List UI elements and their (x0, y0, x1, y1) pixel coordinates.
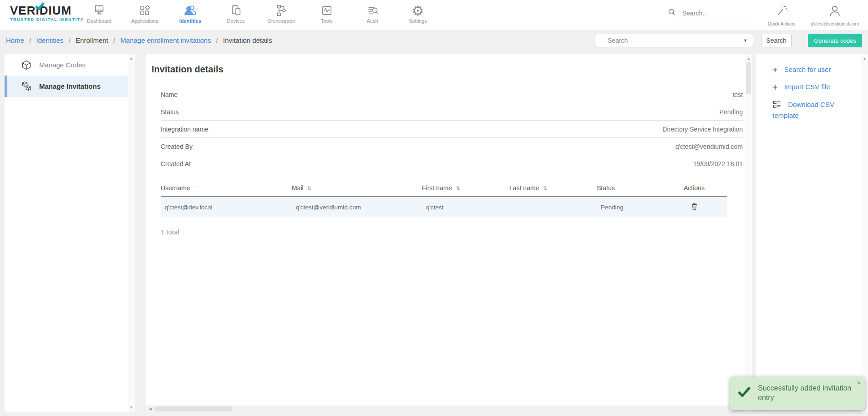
trash-icon (690, 205, 699, 212)
breadcrumb-separator: / (216, 36, 218, 44)
left-sidebar-scrollbar[interactable]: ▲ ▼ (128, 54, 135, 412)
scroll-up-arrow-icon[interactable]: ▲ (128, 55, 135, 62)
table-row: q'ctest@dev.local q'ctest@veridiumid.com… (161, 197, 727, 217)
quick-actions-button[interactable]: Quick Actions (761, 3, 802, 27)
scroll-up-arrow-icon[interactable]: ▲ (861, 55, 868, 62)
breadcrumb-separator: / (113, 36, 115, 44)
cube-icon (21, 60, 32, 71)
column-label: Status (597, 184, 615, 192)
toast-message: Successfully added invitation entry (758, 383, 855, 403)
breadcrumb-bar: Home / Identities / Enrollment / Manage … (0, 30, 868, 51)
detail-label: Created By (161, 143, 193, 150)
detail-row-created-by: Created By q'ctest@veridiumid.com (161, 138, 743, 155)
sort-both-icon: ⇅ (307, 185, 312, 192)
plus-icon: + (772, 65, 778, 75)
nav-label-audit: Audit (350, 18, 395, 24)
detail-value: Directory Service Integration (662, 126, 743, 133)
settings-gear-icon: ⚙ (395, 2, 441, 18)
nav-item-tools[interactable]: Tools (304, 2, 350, 24)
invitation-details-list: Name test Status Pending Integration nam… (161, 86, 743, 172)
column-header-username[interactable]: Username ˆ (161, 184, 292, 192)
column-header-actions: Actions (684, 184, 727, 192)
download-csv-template-link[interactable]: Download CSV template (772, 100, 860, 120)
detail-label: Name (161, 91, 178, 98)
search-button[interactable]: Search (761, 34, 792, 47)
breadcrumb-manage-enrollment-invitations[interactable]: Manage enrollment invitations (120, 36, 211, 44)
detail-value: 19/09/2022 18:01 (693, 160, 743, 167)
veridium-logo[interactable]: VERIDIUM TRUSTED DIGITAL IDENTITY (10, 4, 84, 22)
column-label: Last name (509, 184, 539, 192)
nav-item-dashboard[interactable]: Dashboard (76, 2, 122, 24)
nav-label-tools: Tools (304, 18, 350, 24)
logo-wordmark: VERIDIUM (10, 4, 84, 17)
import-csv-file-link[interactable]: +Import CSV file (772, 82, 860, 92)
global-search-input[interactable] (682, 10, 746, 17)
column-header-last-name[interactable]: Last name ⇅ (509, 184, 597, 192)
scrollbar-thumb[interactable] (746, 62, 751, 94)
column-label: Mail (292, 184, 304, 192)
nav-item-devices[interactable]: Devices (213, 2, 259, 24)
right-sidebar: +Search for user +Import CSV file Downlo… (756, 54, 868, 412)
detail-value: q'ctest@veridiumid.com (675, 143, 743, 150)
sort-asc-icon: ˆ (193, 185, 195, 192)
user-menu[interactable]: q'ctest@veridiumid.com (805, 3, 865, 27)
sidebar-item-manage-invitations[interactable]: Manage Invitations (5, 76, 135, 97)
column-label: Username (161, 184, 190, 192)
detail-row-integration-name: Integration name Directory Service Integ… (161, 121, 743, 138)
detail-value: Pending (720, 108, 743, 116)
delete-invitation-button[interactable] (689, 201, 700, 213)
nav-item-audit[interactable]: Audit (350, 2, 395, 24)
main-horizontal-scrollbar[interactable]: ◀ ▶ (146, 406, 745, 412)
nav-label-orchestrator: Orchestrator (259, 18, 304, 24)
sidebar-item-manage-codes[interactable]: Manage Codes (5, 54, 135, 76)
column-header-status: Status (597, 184, 684, 192)
dashboard-monitor-icon (76, 2, 122, 18)
table-header: Username ˆ Mail ⇅ First name ⇅ Last name… (161, 184, 727, 197)
nav-label-applications: Applications (122, 18, 168, 24)
sort-both-icon: ⇅ (456, 185, 460, 192)
scroll-down-arrow-icon[interactable]: ▼ (128, 404, 135, 411)
column-header-mail[interactable]: Mail ⇅ (292, 184, 422, 192)
content-area: Manage Codes Manage Invitations ▲ ▼ Invi… (0, 51, 868, 412)
cell-first-name: q'ctest (422, 204, 509, 211)
breadcrumb-identities[interactable]: Identities (36, 36, 64, 44)
cell-mail: q'ctest@veridiumid.com (292, 204, 422, 211)
toast-close-button[interactable]: × (857, 379, 861, 386)
identities-users-icon (168, 2, 213, 18)
search-for-user-link[interactable]: +Search for user (772, 65, 860, 75)
right-sidebar-vertical-scrollbar[interactable]: ▲ ▼ (861, 54, 868, 412)
scrollbar-thumb[interactable] (155, 406, 232, 411)
column-label: Actions (684, 184, 705, 192)
csv-template-icon (772, 102, 783, 110)
orchestrator-flow-icon (259, 2, 304, 18)
success-toast: Successfully added invitation entry × (730, 377, 865, 410)
detail-label: Created At (161, 160, 191, 167)
scroll-up-arrow-icon[interactable]: ▲ (745, 55, 752, 62)
main-vertical-scrollbar[interactable]: ▲ ▼ (745, 54, 752, 412)
cell-username: q'ctest@dev.local (161, 204, 292, 211)
detail-label: Integration name (161, 126, 208, 133)
breadcrumb: Home / Identities / Enrollment / Manage … (6, 36, 272, 44)
top-navigation: Dashboard Applications Identities (76, 2, 441, 24)
scroll-left-arrow-icon[interactable]: ◀ (147, 406, 154, 412)
sidebar-label-manage-codes: Manage Codes (39, 61, 86, 69)
check-icon (737, 386, 751, 400)
generate-codes-button[interactable]: Generate codes (808, 34, 862, 47)
main-panel: Invitation details Name test Status Pend… (146, 54, 752, 412)
nav-item-settings[interactable]: ⚙ Settings (395, 2, 441, 24)
nav-item-applications[interactable]: Applications (122, 2, 168, 24)
user-email-label: q'ctest@veridiumid.com (811, 21, 859, 26)
detail-label: Status (161, 108, 179, 116)
breadcrumb-home[interactable]: Home (6, 36, 24, 44)
left-sidebar: Manage Codes Manage Invitations ▲ ▼ (5, 54, 135, 412)
logo-tagline: TRUSTED DIGITAL IDENTITY (10, 17, 84, 22)
column-header-first-name[interactable]: First name ⇅ (422, 184, 509, 192)
nav-label-devices: Devices (213, 18, 259, 24)
search-filter-select[interactable]: Search ▼ (595, 34, 753, 47)
breadcrumb-invitation-details: Invitation details (223, 36, 272, 44)
user-avatar-icon (805, 3, 865, 19)
nav-item-orchestrator[interactable]: Orchestrator (259, 2, 304, 24)
nav-item-identities[interactable]: Identities (168, 2, 213, 24)
nav-label-dashboard: Dashboard (76, 18, 122, 24)
column-label: First name (422, 184, 452, 192)
